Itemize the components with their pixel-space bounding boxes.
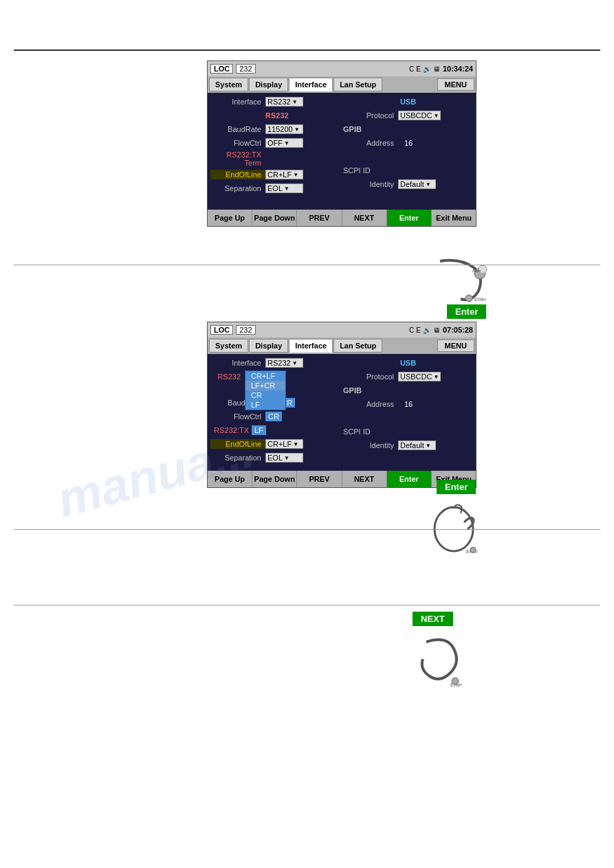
exit-menu-button-1[interactable]: Exit Menu: [432, 210, 476, 226]
endofline-popup: CR+LF LF+CR CR LF: [245, 370, 286, 410]
svg-text:Enter: Enter: [450, 682, 462, 687]
next-icon-area: NEXT Enter: [406, 612, 474, 695]
interface-label-2: Interface: [210, 359, 265, 367]
separation-dropdown-2[interactable]: EOL ▼: [265, 453, 303, 463]
rs232-badge-2: 232: [236, 325, 255, 335]
endofline-dropdown-1[interactable]: CR+LF ▼: [265, 170, 303, 179]
enter-button-1[interactable]: Enter: [387, 210, 432, 226]
usb-label-1: USB: [400, 98, 416, 106]
screen-panel-1: LOC 232 C E 🔊 🖥 10:34:24 System Display …: [207, 60, 476, 227]
svg-text:Enter: Enter: [474, 297, 486, 302]
tab-bar-2: System Display Interface Lan Setup MENU: [208, 337, 476, 354]
loc-badge-1: LOC: [210, 64, 233, 74]
tab-interface-2[interactable]: Interface: [289, 339, 333, 353]
address-label-1: Address: [343, 139, 398, 147]
menu-button-2[interactable]: MENU: [437, 340, 474, 352]
bottom-bar-1: Page Up Page Down PREV NEXT Enter Exit M…: [208, 210, 476, 226]
screen-panel-2: LOC 232 C E 🔊 🖥 07:05:28 System Display …: [207, 322, 476, 488]
cable-svg-1: Auto Enter: [426, 254, 495, 309]
tab-system-1[interactable]: System: [209, 78, 248, 91]
option-cr[interactable]: CR: [245, 390, 285, 400]
tab-display-2[interactable]: Display: [249, 339, 288, 353]
signal-icon-2: E: [416, 326, 421, 334]
option-crlf[interactable]: CR+LF: [245, 371, 285, 381]
protocol-dropdown-1[interactable]: USBCDC ▼: [398, 111, 441, 120]
address-value-2: 16: [398, 400, 419, 408]
address-label-2: Address: [343, 400, 398, 408]
protocol-label-1: Protocol: [343, 111, 398, 120]
endofline-dropdown-2[interactable]: CR+LF ▼: [265, 439, 303, 449]
separation-dropdown-1[interactable]: EOL ▼: [265, 183, 303, 193]
top-separator: [14, 49, 600, 51]
option-lf[interactable]: LF: [245, 400, 285, 410]
next-button-1[interactable]: NEXT: [342, 210, 387, 226]
gpib-label-2: GPIB: [343, 386, 362, 394]
enter-button-2[interactable]: Enter: [387, 471, 432, 487]
rs232tx-label-2: RS232:TX: [210, 426, 252, 434]
rs232-badge-1: 232: [236, 64, 255, 74]
screen2-content: Interface RS232 ▼ RS232 CR+LF LF+CR CR L…: [208, 354, 476, 471]
tab-display-1[interactable]: Display: [249, 78, 288, 91]
menu-button-1[interactable]: MENU: [437, 78, 474, 91]
interface-dropdown-1[interactable]: RS232 ▼: [265, 97, 303, 107]
separation-label-1: Separation: [210, 184, 265, 192]
enter-label-2[interactable]: Enter: [437, 480, 476, 494]
tab-system-2[interactable]: System: [209, 339, 248, 353]
flow-label-1: FlowCtrl: [210, 139, 265, 147]
separator-1: [14, 265, 600, 265]
prev-button-2[interactable]: PREV: [297, 471, 342, 487]
identity-dropdown-1[interactable]: Default ▼: [398, 179, 436, 189]
page-down-button-2[interactable]: Page Down: [252, 471, 297, 487]
usb-label-2: USB: [400, 359, 416, 367]
identity-label-2: Identity: [343, 441, 398, 449]
tab-interface-1[interactable]: Interface: [289, 78, 333, 91]
gpib-label-1: GPIB: [343, 125, 362, 133]
protocol-label-2: Protocol: [343, 372, 398, 381]
tab-lansetup-2[interactable]: Lan Setup: [333, 339, 382, 353]
enter-label-1[interactable]: Enter: [447, 304, 486, 319]
scpi-label-2: SCPI ID: [343, 427, 371, 436]
option-lfcr[interactable]: LF+CR: [245, 381, 285, 390]
separator-3: [14, 605, 600, 605]
svg-text:Auto: Auto: [472, 269, 481, 273]
address-value-1: 16: [398, 139, 419, 147]
rs232-section-1: RS232: [265, 111, 289, 120]
header-icons-1: C E 🔊 🖥: [409, 65, 440, 73]
scpi-label-1: SCPI ID: [343, 166, 371, 175]
prev-button-1[interactable]: PREV: [297, 210, 342, 226]
enter-icon-area-2: Enter Enter: [426, 480, 488, 562]
rs232tx-label-1: RS232:TX Term: [210, 151, 265, 167]
speaker-icon-2: 🔊: [423, 326, 431, 334]
page-down-button-1[interactable]: Page Down: [252, 210, 297, 226]
ce-icon-2: C: [409, 326, 414, 334]
signal-icon: E: [416, 65, 421, 73]
page-up-button-2[interactable]: Page Up: [208, 471, 252, 487]
network-icon: 🖥: [433, 65, 440, 73]
screen1-content: Interface RS232 ▼ RS232 BaudRate 115200: [208, 93, 476, 210]
next-button-2[interactable]: NEXT: [342, 471, 387, 487]
baud-dropdown-1[interactable]: 115200 ▼: [265, 124, 303, 134]
next-label[interactable]: NEXT: [413, 612, 453, 626]
endofline-label-2: EndOfLine: [210, 439, 265, 449]
screen1-header: LOC 232 C E 🔊 🖥 10:34:24: [208, 61, 476, 76]
protocol-dropdown-2[interactable]: USBCDC ▼: [398, 372, 441, 381]
identity-dropdown-2[interactable]: Default ▼: [398, 441, 436, 450]
interface-dropdown-2[interactable]: RS232 ▼: [265, 358, 303, 368]
rs232-section-2: RS232: [210, 372, 245, 381]
tab-lansetup-1[interactable]: Lan Setup: [333, 78, 382, 91]
time-display-2: 07:05:28: [443, 326, 473, 334]
baud-label-1: BaudRate: [210, 125, 265, 133]
separator-2: [14, 529, 600, 530]
loc-badge-2: LOC: [210, 325, 233, 335]
flow-value-2: CR: [265, 412, 282, 421]
screen2-header: LOC 232 C E 🔊 🖥 07:05:28: [208, 322, 476, 337]
header-icons-2: C E 🔊 🖥: [409, 326, 440, 334]
svg-point-7: [470, 547, 476, 553]
time-display-1: 10:34:24: [443, 65, 473, 73]
flow-dropdown-1[interactable]: OFF ▼: [265, 138, 303, 148]
interface-label-1: Interface: [210, 98, 265, 106]
separation-label-2: Separation: [210, 454, 265, 462]
page-up-button-1[interactable]: Page Up: [208, 210, 252, 226]
rs232tx-value-2: LF: [252, 425, 266, 435]
speaker-icon: 🔊: [423, 65, 431, 73]
